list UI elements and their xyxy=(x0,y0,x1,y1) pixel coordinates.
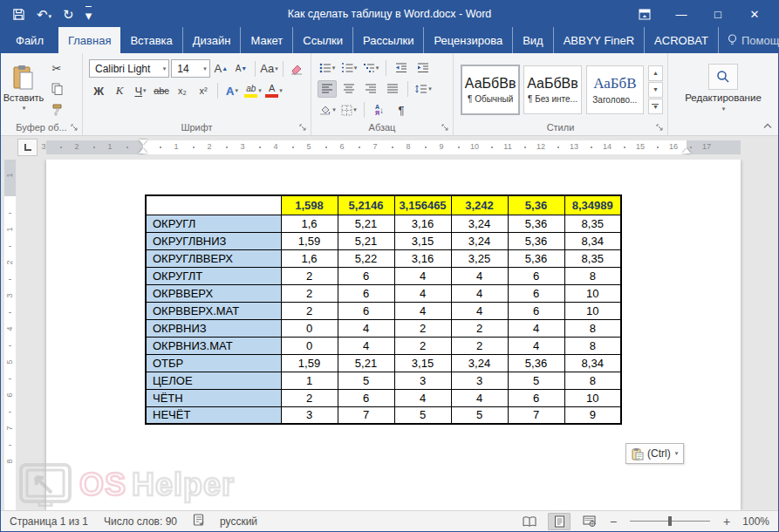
table-row-header-cell[interactable]: ОКРВВЕРХ xyxy=(146,284,281,302)
right-indent-marker[interactable] xyxy=(682,148,691,153)
justify-button[interactable] xyxy=(383,80,402,98)
table-cell[interactable]: 8,35 xyxy=(564,249,621,267)
ribbon-tab[interactable]: ACROBAT xyxy=(645,27,719,53)
table-cell[interactable]: 3 xyxy=(281,406,338,424)
table-row-header-cell[interactable]: ОКРУГЛВВЕРХ xyxy=(146,249,281,267)
table-cell[interactable]: 4 xyxy=(394,284,451,302)
vertical-ruler[interactable]: 112345678 xyxy=(4,160,16,510)
table-cell[interactable]: 4 xyxy=(394,389,451,406)
customize-qat-button[interactable]: ▾ xyxy=(85,6,92,22)
zoom-in-button[interactable]: + xyxy=(721,515,733,529)
tell-me-helper[interactable]: Помощн xyxy=(719,27,779,53)
maximize-button[interactable]: □ xyxy=(700,1,736,27)
table-cell[interactable]: 2 xyxy=(281,302,338,319)
decrease-indent-button[interactable] xyxy=(392,59,411,77)
paragraph-dialog-launcher[interactable] xyxy=(441,122,448,133)
undo-dropdown-icon[interactable]: ▾ xyxy=(49,13,52,19)
style-normal[interactable]: АаБбВв ¶ Обычный xyxy=(461,65,519,114)
zoom-slider[interactable] xyxy=(630,521,710,522)
ribbon-tab[interactable]: Ссылки xyxy=(293,27,353,53)
table-cell[interactable]: 4 xyxy=(338,319,394,337)
close-button[interactable]: ✕ xyxy=(736,1,773,27)
proofing-check-button[interactable] xyxy=(193,514,204,529)
font-size-combo[interactable]: 14▾ xyxy=(171,59,210,78)
bullets-button[interactable]: ▾ xyxy=(318,59,337,77)
align-left-button[interactable] xyxy=(318,80,337,98)
ribbon-tab[interactable]: ABBYY FineR xyxy=(554,27,645,53)
minimize-button[interactable]: — xyxy=(663,1,700,27)
table-row-header-cell[interactable]: ОТБР xyxy=(146,354,281,372)
table-cell[interactable]: 10 xyxy=(564,389,621,406)
styles-more-button[interactable]: ▼ xyxy=(648,99,663,114)
table-cell[interactable]: 8,35 xyxy=(564,215,621,232)
table-row-header-cell[interactable]: НЕЧЁТ xyxy=(146,406,281,424)
ribbon-tab[interactable]: Вид xyxy=(513,27,554,53)
text-effects-button[interactable]: А▾ xyxy=(222,82,242,99)
table-cell[interactable]: 8 xyxy=(564,267,621,284)
zoom-out-button[interactable]: − xyxy=(607,515,619,529)
table-cell[interactable]: 5,36 xyxy=(508,232,564,249)
table-cell[interactable]: 1,59 xyxy=(281,354,338,372)
highlight-color-button[interactable]: ab▾ xyxy=(243,82,263,99)
line-spacing-button[interactable]: ▾ xyxy=(413,80,433,98)
table-cell[interactable]: 6 xyxy=(338,267,394,284)
table-row-header-cell[interactable]: ОКРВНИЗ xyxy=(146,319,281,337)
table-cell[interactable]: 2 xyxy=(394,319,451,337)
table-cell[interactable]: 4 xyxy=(338,337,394,354)
redo-button[interactable]: ↻ xyxy=(63,8,74,21)
table-cell[interactable]: 5 xyxy=(451,406,508,424)
table-cell[interactable]: 2 xyxy=(281,267,338,284)
table-cell[interactable]: 3,15 xyxy=(394,232,451,249)
copy-button[interactable] xyxy=(47,80,66,98)
table-header-cell[interactable]: 5,36 xyxy=(508,195,564,215)
table-cell[interactable]: 3,16 xyxy=(394,249,451,267)
styles-dialog-launcher[interactable] xyxy=(656,122,663,133)
clipboard-dialog-launcher[interactable] xyxy=(71,122,78,133)
table-cell[interactable]: 8,34 xyxy=(564,354,621,372)
table-cell[interactable]: 5 xyxy=(394,406,451,424)
shrink-font-button[interactable]: А▼ xyxy=(232,60,250,78)
grow-font-button[interactable]: А▲ xyxy=(212,60,230,78)
table-cell[interactable]: 5,21 xyxy=(338,354,394,372)
table-cell[interactable]: 9 xyxy=(564,406,621,424)
table-cell[interactable]: 3,24 xyxy=(451,215,508,232)
table-cell[interactable]: 2 xyxy=(394,337,451,354)
table-cell[interactable]: 4 xyxy=(451,267,508,284)
table-cell[interactable]: 7 xyxy=(338,406,394,424)
table-row-header-cell[interactable]: ОКРУГЛТ xyxy=(146,267,281,284)
ribbon-tab[interactable]: Главная xyxy=(58,27,120,53)
cut-button[interactable]: ✂ xyxy=(47,59,66,77)
styles-scroll-down-button[interactable]: ▼ xyxy=(648,82,663,98)
superscript-button[interactable]: x² xyxy=(194,82,213,99)
horizontal-ruler[interactable]: 1234567891011121314151612317 xyxy=(41,140,772,154)
table-cell[interactable]: 6 xyxy=(508,302,564,319)
paste-options-button[interactable]: (Ctrl) ▾ xyxy=(625,443,684,464)
table-cell[interactable]: 3,24 xyxy=(451,354,508,372)
multilevel-list-button[interactable]: ▾ xyxy=(361,59,380,77)
table-cell[interactable]: 0 xyxy=(281,337,338,354)
table-row-header-cell[interactable]: ОКРУГЛВНИЗ xyxy=(146,232,281,249)
table-row-header-cell[interactable]: ОКРВВЕРХ.МАТ xyxy=(146,302,281,319)
table-cell[interactable]: 5,36 xyxy=(508,249,564,267)
ribbon-tab[interactable]: Дизайн xyxy=(183,27,242,53)
table-cell[interactable]: 5,22 xyxy=(338,249,394,267)
table-cell[interactable]: 1,6 xyxy=(281,249,338,267)
table-row-header-cell[interactable]: ОКРВНИЗ.МАТ xyxy=(146,337,281,354)
table-cell[interactable]: 6 xyxy=(338,284,394,302)
table-row-header-cell[interactable]: ОКРУГЛ xyxy=(146,215,281,232)
format-painter-button[interactable] xyxy=(47,101,66,119)
word-count[interactable]: Число слов: 90 xyxy=(104,515,177,528)
font-family-combo[interactable]: Calibri Light▾ xyxy=(89,59,169,78)
table-cell[interactable]: 2 xyxy=(451,337,508,354)
table-cell[interactable]: 5 xyxy=(338,372,394,389)
data-table[interactable]: 1,5985,21463,1564653,2425,368,34989ОКРУГ… xyxy=(145,194,622,425)
table-cell[interactable]: 3,24 xyxy=(451,232,508,249)
clear-formatting-button[interactable] xyxy=(288,60,306,78)
table-cell[interactable]: 7 xyxy=(508,406,564,424)
align-right-button[interactable] xyxy=(361,80,380,98)
table-cell[interactable]: 5,36 xyxy=(508,215,564,232)
table-cell[interactable]: 5,21 xyxy=(338,215,394,232)
table-cell[interactable]: 1,6 xyxy=(281,215,338,232)
show-marks-button[interactable]: ¶ xyxy=(392,101,411,119)
table-cell[interactable]: 6 xyxy=(338,389,394,406)
